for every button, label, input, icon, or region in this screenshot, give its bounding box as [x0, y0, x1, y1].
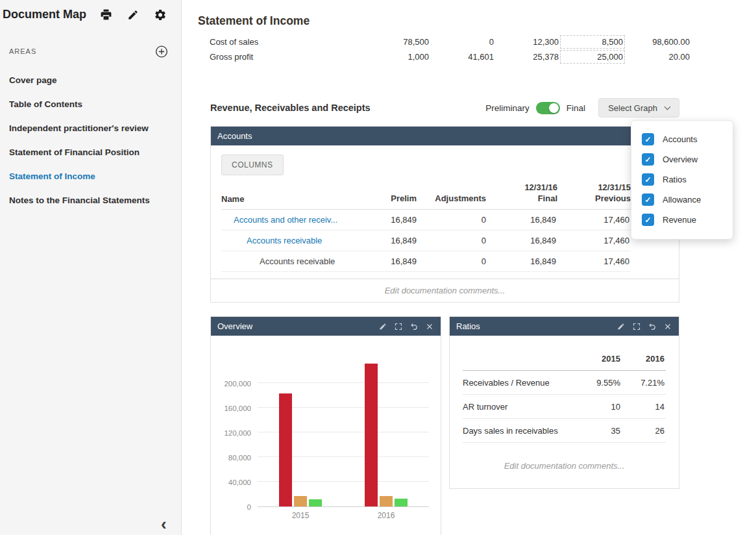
close-icon[interactable] [663, 322, 672, 331]
column-header-2016: 2016 [622, 354, 666, 364]
menu-item-overview[interactable]: Overview [631, 149, 733, 169]
bar-green [309, 499, 322, 506]
y-axis: 040,00080,000120,000160,000200,000 [217, 345, 258, 507]
expand-icon[interactable] [632, 322, 641, 331]
accounts-panel-header: Accounts [211, 127, 679, 145]
cell-value: 16,849 [350, 236, 418, 245]
cell-value: 78,500 [365, 37, 430, 47]
cell-value: 14 [622, 402, 666, 412]
cell-value: 41,601 [430, 52, 495, 62]
documentation-comments-field[interactable]: Edit documentation comments... [450, 443, 679, 488]
ratio-label: AR turnover [463, 402, 576, 412]
editable-cell[interactable]: 25,000 [560, 50, 625, 64]
editable-cell[interactable]: 8,500 [560, 35, 625, 49]
table-row: Cost of sales 78,500 0 12,300 8,500 98,6… [210, 34, 756, 49]
table-row: Accounts receivable 16,849 0 16,849 17,4… [221, 251, 631, 272]
toggle-label-final: Final [567, 103, 585, 113]
y-tick-label: 80,000 [228, 454, 251, 462]
cell-value: 1,000 [365, 52, 430, 62]
checkbox-checked-icon[interactable] [642, 153, 654, 166]
table-row: AR turnover 10 14 [463, 395, 666, 419]
plot-area [258, 345, 429, 507]
panel-title: Ratios [456, 321, 480, 331]
menu-item-accounts[interactable]: Accounts [631, 129, 733, 149]
documentation-comments-field[interactable]: Edit documentation comments... [211, 279, 679, 302]
column-header-prelim: Prelim [350, 193, 418, 204]
cell-value: 35 [576, 426, 622, 436]
menu-item-revenue[interactable]: Revenue [631, 210, 733, 230]
document-map-nav: Cover page Table of Contents Independent… [0, 68, 181, 212]
cell-value: 0 [418, 215, 487, 225]
ratios-table: 2015 2016 Receivables / Revenue 9.55% 7.… [463, 336, 666, 443]
columns-button[interactable]: COLUMNS [221, 155, 284, 175]
overview-panel-header: Overview [211, 317, 441, 336]
overview-panel: Overview [210, 316, 441, 535]
cell-value: 16,849 [487, 236, 557, 245]
undo-icon[interactable] [409, 322, 419, 331]
checkbox-checked-icon[interactable] [642, 214, 654, 226]
cell-value: 0 [418, 236, 487, 245]
income-statement-table: Cost of sales 78,500 0 12,300 8,500 98,6… [210, 34, 756, 64]
select-graph-button[interactable]: Select Graph [598, 98, 679, 118]
panel-title: Accounts [217, 131, 252, 141]
chart-legend: 2015 2016 [211, 521, 441, 535]
page-title: Statement of Income [198, 14, 756, 28]
document-map-sidebar: Document Map AREAS Cover page Table of C… [0, 0, 182, 535]
sidebar-item-practitioners-review[interactable]: Independent practitioner's review [0, 116, 181, 140]
bar-orange [380, 496, 393, 506]
column-header-name: Name [221, 194, 350, 204]
edit-pencil-icon[interactable] [378, 322, 387, 331]
ratios-panel-header: Ratios [450, 317, 679, 336]
y-tick-label: 160,000 [224, 404, 251, 412]
checkbox-checked-icon[interactable] [642, 173, 654, 186]
select-graph-label: Select Graph [608, 103, 657, 113]
table-row: Accounts and other receiv... 16,849 0 16… [221, 210, 631, 230]
cell-value: 25,378 [495, 52, 560, 62]
section-title: Revenue, Receivables and Receipts [210, 103, 371, 113]
ratio-label: Days sales in receivables [463, 426, 576, 436]
cell-value: 0 [418, 256, 487, 266]
account-label: Accounts receivable [221, 256, 350, 266]
print-icon[interactable] [99, 8, 112, 21]
checkbox-checked-icon[interactable] [642, 133, 654, 145]
accounts-table: Name Prelim Adjustments 12/31/16 Final 1… [221, 180, 679, 272]
sidebar-item-table-of-contents[interactable]: Table of Contents [0, 92, 181, 116]
expand-icon[interactable] [394, 322, 403, 331]
add-area-icon[interactable] [155, 45, 168, 58]
bar-green [395, 499, 408, 506]
sidebar-item-cover-page[interactable]: Cover page [0, 68, 181, 92]
areas-header: AREAS [0, 21, 181, 58]
section-header-row: Revenue, Receivables and Receipts Prelim… [210, 98, 679, 118]
x-tick-label: 2015 [292, 511, 310, 520]
column-header-adjustments: Adjustments [418, 193, 487, 204]
undo-icon[interactable] [648, 322, 657, 331]
select-graph-dropdown: Accounts Overview Ratios Allowance Reven… [631, 120, 733, 240]
menu-item-ratios[interactable]: Ratios [631, 169, 733, 190]
sidebar-item-financial-position[interactable]: Statement of Financial Position [0, 140, 181, 164]
table-row: Receivables / Revenue 9.55% 7.21% [463, 371, 666, 395]
gear-icon[interactable] [154, 8, 167, 21]
account-link[interactable]: Accounts and other receiv... [221, 215, 350, 225]
row-label: Gross profit [210, 52, 365, 62]
cell-value: 9.55% [576, 378, 622, 388]
account-link[interactable]: Accounts receivable [221, 236, 350, 245]
preliminary-final-toggle[interactable] [536, 102, 560, 114]
cell-value: 98,600.00 [625, 37, 691, 47]
sidebar-item-statement-of-income[interactable]: Statement of Income [0, 164, 181, 188]
checkbox-checked-icon[interactable] [642, 193, 654, 206]
sidebar-item-notes[interactable]: Notes to the Financial Statements [0, 188, 181, 212]
edit-pencil-icon[interactable] [127, 8, 140, 21]
table-header-row: 2015 2016 [463, 336, 666, 371]
edit-pencil-icon[interactable] [616, 322, 626, 331]
bar-red [365, 364, 378, 506]
table-header-row: Name Prelim Adjustments 12/31/16 Final 1… [221, 180, 631, 210]
cell-value: 0 [430, 37, 495, 47]
bar-red [279, 393, 292, 506]
menu-item-allowance[interactable]: Allowance [631, 190, 733, 210]
cell-value: 17,460 [557, 236, 631, 245]
ratios-panel: Ratios [449, 316, 679, 489]
cell-value: 17,460 [557, 256, 631, 266]
cell-value: 16,849 [350, 256, 418, 266]
collapse-sidebar-icon[interactable]: ‹ [157, 516, 171, 532]
close-icon[interactable] [425, 322, 434, 331]
